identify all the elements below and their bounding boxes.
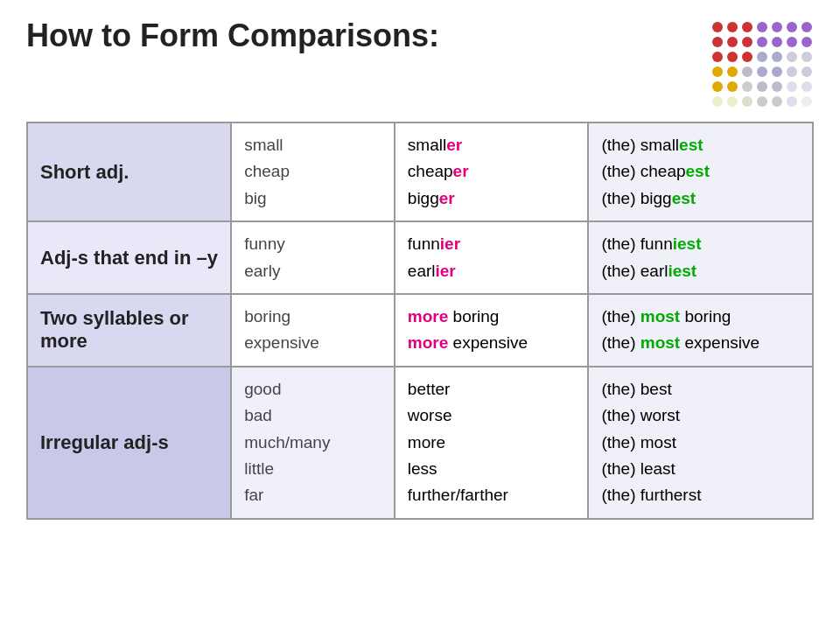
comparisons-table: Short adj. smallcheapbig smaller cheaper… (26, 122, 814, 520)
decoration-dot (787, 37, 797, 47)
comparative-short: smaller cheaper bigger (395, 122, 589, 221)
base-words-irregular: goodbadmuch/manylittlefar (231, 367, 395, 519)
decoration-dot (757, 81, 767, 92)
superlative-endy: (the) funniest (the) earliest (588, 221, 813, 294)
decoration-dot (772, 66, 782, 77)
decoration-dot (742, 66, 752, 77)
base-words-short: smallcheapbig (231, 122, 395, 221)
decoration-dot (772, 81, 782, 92)
comparative-irregular: betterworsemorelessfurther/farther (395, 367, 589, 519)
base-words-twosyllables: boringexpensive (231, 294, 395, 367)
comparative-endy: funnier earlier (395, 221, 589, 294)
superlative-twosyllables: (the) most boring (the) most expensive (588, 294, 813, 367)
comparative-twosyllables: more boring more expensive (395, 294, 589, 367)
decoration-dot (727, 66, 738, 77)
decoration-dot (757, 66, 767, 77)
row-header-short-adj: Short adj. (27, 122, 231, 221)
decoration-dot (727, 22, 738, 32)
decoration-dot (712, 81, 723, 92)
decoration-dot (802, 96, 812, 107)
decoration-dot (742, 22, 752, 32)
decoration-dot (772, 37, 782, 47)
decoration-dot (712, 66, 723, 77)
decoration-dot (727, 81, 738, 92)
base-words-endy: funnyearly (231, 221, 395, 294)
decoration-dot (787, 81, 797, 92)
row-header-endy: Adj-s that end in –y (27, 221, 231, 294)
decoration-dot (742, 96, 752, 107)
decoration-dot (712, 52, 723, 62)
decoration-dot (757, 96, 767, 107)
dots-decoration (712, 22, 814, 108)
decoration-dot (802, 66, 812, 77)
decoration-dot (757, 37, 767, 47)
decoration-dot (787, 66, 797, 77)
decoration-dot (802, 22, 812, 32)
decoration-dot (802, 52, 812, 62)
decoration-dot (712, 96, 723, 107)
decoration-dot (772, 22, 782, 32)
decoration-dot (787, 22, 797, 32)
decoration-dot (787, 52, 797, 62)
decoration-dot (742, 81, 752, 92)
row-header-twosyllables: Two syllables or more (27, 294, 231, 367)
decoration-dot (727, 37, 738, 47)
table-row: Short adj. smallcheapbig smaller cheaper… (27, 122, 813, 221)
decoration-dot (757, 22, 767, 32)
row-header-irregular: Irregular adj-s (27, 367, 231, 519)
table-row: Two syllables or more boringexpensive mo… (27, 294, 813, 367)
page: How to Form Comparisons: Short adj. smal… (0, 0, 840, 630)
table-row: Irregular adj-s goodbadmuch/manylittlefa… (27, 367, 813, 519)
decoration-dot (742, 52, 752, 62)
decoration-dot (727, 52, 738, 62)
decoration-dot (802, 37, 812, 47)
table-row: Adj-s that end in –y funnyearly funnier … (27, 221, 813, 294)
superlative-irregular: (the) best (the) worst (the) most (the) … (588, 367, 813, 519)
decoration-dot (772, 52, 782, 62)
decoration-dot (802, 81, 812, 92)
decoration-dot (712, 37, 723, 47)
decoration-dot (757, 52, 767, 62)
decoration-dot (727, 96, 738, 107)
superlative-short: (the) smallest (the) cheapest (the) bigg… (588, 122, 813, 221)
decoration-dot (787, 96, 797, 107)
decoration-dot (712, 22, 723, 32)
decoration-dot (772, 96, 782, 107)
decoration-dot (742, 37, 752, 47)
header: How to Form Comparisons: (26, 18, 814, 108)
page-title: How to Form Comparisons: (26, 18, 439, 54)
